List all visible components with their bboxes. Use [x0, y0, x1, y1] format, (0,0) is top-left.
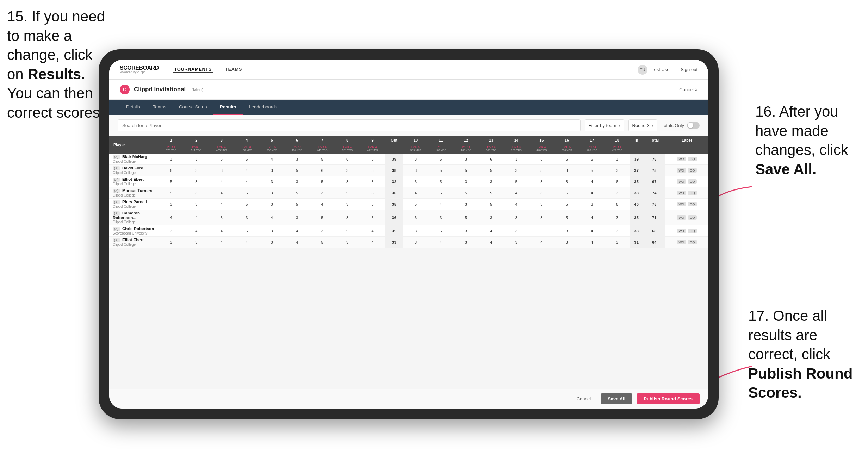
score-hole-6[interactable]: 4: [284, 237, 309, 248]
score-hole-12[interactable]: 3: [453, 225, 478, 237]
score-hole-10[interactable]: 3: [403, 176, 428, 187]
score-hole-2[interactable]: 3: [184, 154, 209, 165]
score-hole-18[interactable]: 3: [604, 187, 630, 199]
publish-round-scores-button[interactable]: Publish Round Scores: [637, 393, 700, 404]
score-hole-7[interactable]: 5: [310, 154, 335, 165]
score-hole-7[interactable]: 3: [310, 225, 335, 237]
score-hole-2[interactable]: 3: [184, 237, 209, 248]
score-hole-14[interactable]: 3: [504, 154, 529, 165]
score-hole-5[interactable]: 3: [259, 199, 284, 210]
score-hole-13[interactable]: 6: [479, 154, 504, 165]
cancel-button[interactable]: Cancel: [571, 393, 596, 404]
score-hole-6[interactable]: 5: [284, 165, 309, 176]
dq-button[interactable]: DQ: [688, 215, 696, 220]
wd-button[interactable]: WD: [677, 229, 686, 233]
tab-teams[interactable]: Teams: [147, 100, 173, 115]
score-hole-8[interactable]: 3: [335, 237, 360, 248]
score-hole-3[interactable]: 5: [209, 154, 234, 165]
tab-results[interactable]: Results: [213, 100, 243, 115]
score-hole-9[interactable]: 5: [360, 210, 385, 225]
score-hole-10[interactable]: 5: [403, 199, 428, 210]
score-hole-1[interactable]: 6: [159, 165, 184, 176]
wd-button[interactable]: WD: [677, 157, 686, 161]
score-hole-4[interactable]: 4: [234, 165, 259, 176]
score-hole-15[interactable]: 4: [529, 237, 554, 248]
score-hole-7[interactable]: 3: [310, 187, 335, 199]
score-hole-16[interactable]: 6: [554, 154, 579, 165]
score-hole-10[interactable]: 3: [403, 154, 428, 165]
score-hole-18[interactable]: 3: [604, 210, 630, 225]
score-hole-13[interactable]: 3: [479, 210, 504, 225]
score-hole-16[interactable]: 3: [554, 237, 579, 248]
nav-teams[interactable]: TEAMS: [224, 67, 243, 73]
score-hole-1[interactable]: 5: [159, 187, 184, 199]
score-hole-9[interactable]: 5: [360, 165, 385, 176]
score-hole-17[interactable]: 3: [579, 199, 604, 210]
score-hole-14[interactable]: 4: [504, 199, 529, 210]
score-hole-2[interactable]: 4: [184, 210, 209, 225]
score-hole-5[interactable]: 4: [259, 210, 284, 225]
score-hole-14[interactable]: 5: [504, 176, 529, 187]
score-hole-2[interactable]: 3: [184, 199, 209, 210]
score-hole-6[interactable]: 5: [284, 187, 309, 199]
score-hole-7[interactable]: 5: [310, 210, 335, 225]
score-hole-17[interactable]: 4: [579, 187, 604, 199]
score-hole-12[interactable]: 3: [453, 176, 478, 187]
score-hole-6[interactable]: 5: [284, 199, 309, 210]
score-hole-1[interactable]: 3: [159, 199, 184, 210]
wd-button[interactable]: WD: [677, 179, 686, 184]
score-hole-3[interactable]: 3: [209, 165, 234, 176]
score-hole-14[interactable]: 3: [504, 210, 529, 225]
score-hole-7[interactable]: 4: [310, 199, 335, 210]
score-hole-15[interactable]: 3: [529, 176, 554, 187]
score-hole-8[interactable]: 5: [335, 187, 360, 199]
wd-button[interactable]: WD: [677, 240, 686, 244]
wd-button[interactable]: WD: [677, 168, 686, 173]
score-hole-8[interactable]: 6: [335, 154, 360, 165]
score-hole-18[interactable]: 6: [604, 199, 630, 210]
score-hole-15[interactable]: 5: [529, 225, 554, 237]
score-hole-3[interactable]: 4: [209, 237, 234, 248]
score-hole-3[interactable]: 4: [209, 225, 234, 237]
score-hole-10[interactable]: 3: [403, 237, 428, 248]
score-hole-13[interactable]: 3: [479, 176, 504, 187]
score-hole-10[interactable]: 3: [403, 225, 428, 237]
score-hole-2[interactable]: 4: [184, 225, 209, 237]
score-hole-3[interactable]: 4: [209, 187, 234, 199]
dq-button[interactable]: DQ: [688, 168, 696, 173]
score-hole-15[interactable]: 3: [529, 210, 554, 225]
score-hole-2[interactable]: 3: [184, 165, 209, 176]
score-hole-13[interactable]: 5: [479, 187, 504, 199]
score-hole-11[interactable]: 5: [428, 187, 453, 199]
score-hole-16[interactable]: 3: [554, 165, 579, 176]
score-hole-11[interactable]: 5: [428, 154, 453, 165]
score-hole-13[interactable]: 5: [479, 165, 504, 176]
score-hole-1[interactable]: 5: [159, 176, 184, 187]
score-hole-15[interactable]: 5: [529, 154, 554, 165]
score-hole-16[interactable]: 3: [554, 176, 579, 187]
score-hole-6[interactable]: 4: [284, 225, 309, 237]
totals-only-toggle[interactable]: [687, 122, 700, 129]
score-hole-12[interactable]: 5: [453, 210, 478, 225]
dq-button[interactable]: DQ: [688, 179, 696, 184]
score-hole-8[interactable]: 3: [335, 210, 360, 225]
score-hole-10[interactable]: 3: [403, 165, 428, 176]
score-hole-17[interactable]: 4: [579, 225, 604, 237]
score-hole-7[interactable]: 5: [310, 237, 335, 248]
score-hole-5[interactable]: 3: [259, 176, 284, 187]
score-hole-5[interactable]: 3: [259, 187, 284, 199]
dq-button[interactable]: DQ: [688, 191, 696, 195]
score-hole-13[interactable]: 4: [479, 237, 504, 248]
wd-button[interactable]: WD: [677, 202, 686, 206]
save-all-button[interactable]: Save All: [601, 393, 632, 404]
score-hole-11[interactable]: 5: [428, 225, 453, 237]
score-hole-4[interactable]: 3: [234, 210, 259, 225]
score-hole-4[interactable]: 4: [234, 237, 259, 248]
score-hole-12[interactable]: 3: [453, 154, 478, 165]
wd-button[interactable]: WD: [677, 215, 686, 220]
score-hole-18[interactable]: 3: [604, 165, 630, 176]
cancel-tournament-button[interactable]: Cancel ×: [679, 87, 698, 92]
score-hole-12[interactable]: 5: [453, 187, 478, 199]
score-hole-12[interactable]: 5: [453, 165, 478, 176]
score-hole-5[interactable]: 4: [259, 154, 284, 165]
